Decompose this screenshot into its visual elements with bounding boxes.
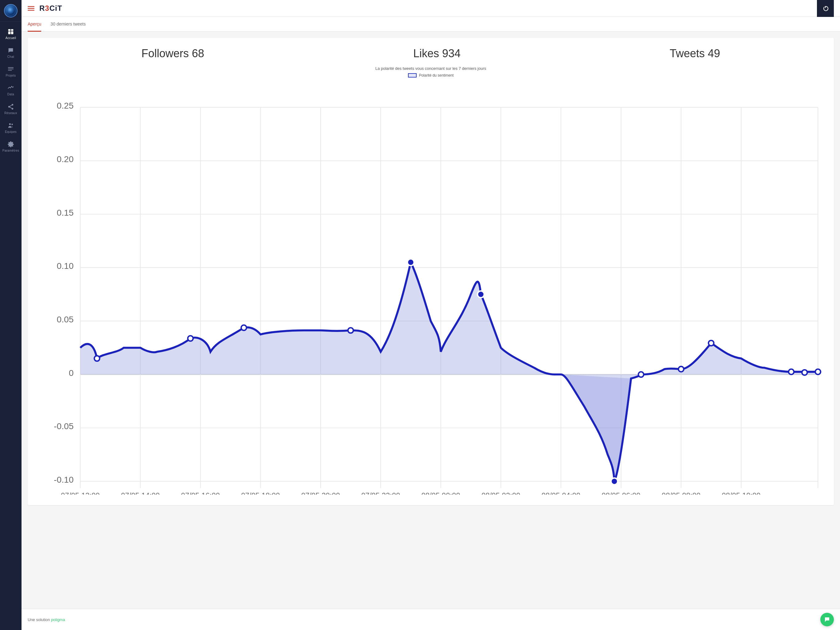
- svg-point-10: [12, 108, 14, 110]
- svg-rect-6: [8, 69, 14, 69]
- svg-text:0.10: 0.10: [57, 261, 74, 271]
- svg-text:-0.05: -0.05: [54, 421, 74, 431]
- footer: Une solution poligma: [22, 609, 840, 630]
- settings-icon: [7, 141, 14, 148]
- svg-point-58: [802, 370, 807, 375]
- svg-point-53: [611, 478, 618, 485]
- svg-rect-16: [28, 8, 35, 9]
- chart-wrapper: 0.25 0.20 0.15 0.10 0.05 0 -0.05 -0.10: [37, 81, 825, 496]
- svg-rect-7: [8, 70, 12, 71]
- chart-svg: 0.25 0.20 0.15 0.10 0.05 0 -0.05 -0.10: [37, 81, 825, 495]
- sidebar-item-accueil-label: Accueil: [6, 36, 16, 40]
- svg-rect-4: [11, 32, 13, 34]
- likes-label: Likes: [413, 47, 439, 60]
- user-avatar-container: [0, 0, 22, 22]
- svg-point-50: [348, 328, 353, 333]
- svg-rect-3: [8, 32, 11, 34]
- svg-text:08/05 00:00: 08/05 00:00: [422, 491, 460, 495]
- svg-rect-17: [28, 10, 35, 11]
- footer-link[interactable]: poligma: [51, 617, 65, 622]
- svg-text:07/05 18:00: 07/05 18:00: [241, 491, 280, 495]
- footer-text: Une solution poligma: [28, 617, 65, 622]
- hamburger-button[interactable]: [28, 5, 35, 12]
- svg-text:07/05 16:00: 07/05 16:00: [181, 491, 220, 495]
- svg-text:08/05 10:00: 08/05 10:00: [722, 491, 761, 495]
- sidebar-item-equipes[interactable]: Equipes: [0, 119, 22, 137]
- svg-rect-1: [8, 29, 11, 31]
- svg-text:0.20: 0.20: [57, 154, 74, 164]
- sidebar-item-reseaux-label: Réseaux: [4, 111, 17, 115]
- svg-text:0.15: 0.15: [57, 207, 74, 217]
- svg-line-12: [10, 105, 12, 106]
- header: R3CiT: [22, 0, 840, 17]
- sidebar-item-projets-label: Projets: [6, 74, 16, 77]
- chart-card: Followers 68 Likes 934 Tweets 49 La pola…: [28, 38, 834, 505]
- chart-legend: Polarité du sentiment: [37, 73, 825, 78]
- svg-rect-5: [8, 67, 14, 68]
- svg-text:07/05 22:00: 07/05 22:00: [361, 491, 400, 495]
- svg-point-48: [188, 336, 193, 341]
- svg-point-14: [11, 123, 13, 125]
- svg-point-8: [12, 104, 14, 106]
- sidebar-item-projets[interactable]: Projets: [0, 62, 22, 81]
- legend-box: [408, 73, 417, 78]
- svg-point-47: [95, 356, 99, 361]
- svg-text:07/05 14:00: 07/05 14:00: [121, 491, 159, 495]
- svg-point-49: [241, 325, 246, 330]
- power-button[interactable]: [817, 0, 834, 17]
- followers-value: 68: [192, 47, 204, 60]
- svg-rect-2: [11, 29, 13, 31]
- tweets-stat: Tweets 49: [669, 47, 720, 60]
- svg-point-59: [815, 369, 821, 374]
- sidebar-item-reseaux[interactable]: Réseaux: [0, 100, 22, 119]
- tweets-value: 49: [708, 47, 720, 60]
- header-left: R3CiT: [28, 4, 62, 13]
- tabs-bar: Aperçu 30 derniers tweets: [22, 17, 840, 32]
- svg-point-9: [8, 106, 10, 108]
- svg-text:0.25: 0.25: [57, 101, 74, 111]
- sidebar-item-data[interactable]: Data: [0, 81, 22, 100]
- svg-point-51: [407, 259, 414, 266]
- svg-text:08/05 02:00: 08/05 02:00: [482, 491, 520, 495]
- tab-apercu[interactable]: Aperçu: [28, 17, 41, 32]
- svg-text:07/05 12:00: 07/05 12:00: [61, 491, 99, 495]
- footer-static-text: Une solution: [28, 617, 51, 622]
- sidebar: Accueil Chat Projets Data: [0, 0, 22, 630]
- svg-text:0: 0: [69, 368, 74, 378]
- stats-row: Followers 68 Likes 934 Tweets 49: [37, 47, 825, 60]
- projets-icon: [7, 66, 14, 73]
- svg-point-54: [638, 372, 644, 377]
- followers-stat: Followers 68: [141, 47, 204, 60]
- chat-fab-icon: [824, 616, 831, 623]
- svg-point-52: [477, 291, 484, 298]
- sidebar-item-parametres[interactable]: Paramètres: [0, 137, 22, 156]
- header-right: [817, 0, 834, 17]
- chat-icon: [7, 47, 14, 54]
- legend-label: Polarité du sentiment: [419, 73, 454, 78]
- likes-stat: Likes 934: [413, 47, 461, 60]
- svg-line-11: [10, 107, 12, 108]
- svg-text:08/05 08:00: 08/05 08:00: [662, 491, 700, 495]
- sidebar-nav: Accueil Chat Projets Data: [0, 22, 22, 630]
- main-area: R3CiT Aperçu 30 derniers tweets Follower…: [22, 0, 840, 630]
- tab-tweets[interactable]: 30 derniers tweets: [51, 17, 85, 32]
- sidebar-item-chat[interactable]: Chat: [0, 43, 22, 62]
- followers-label: Followers: [141, 47, 189, 60]
- data-icon: [7, 85, 14, 91]
- svg-point-0: [7, 7, 15, 15]
- svg-point-55: [679, 366, 684, 372]
- equipes-icon: [7, 122, 14, 129]
- sidebar-item-accueil[interactable]: Accueil: [0, 25, 22, 43]
- svg-point-13: [9, 123, 11, 125]
- sidebar-item-data-label: Data: [7, 93, 14, 96]
- chart-title: La polarité des tweets vous concernant s…: [37, 66, 825, 71]
- svg-text:-0.10: -0.10: [54, 475, 74, 484]
- app-logo: R3CiT: [39, 4, 62, 13]
- svg-point-57: [789, 369, 794, 374]
- chat-fab-button[interactable]: [820, 613, 834, 626]
- sidebar-item-equipes-label: Equipes: [5, 130, 17, 133]
- avatar: [4, 4, 17, 17]
- home-icon: [7, 28, 14, 35]
- svg-point-56: [708, 340, 714, 346]
- share-icon: [7, 103, 14, 110]
